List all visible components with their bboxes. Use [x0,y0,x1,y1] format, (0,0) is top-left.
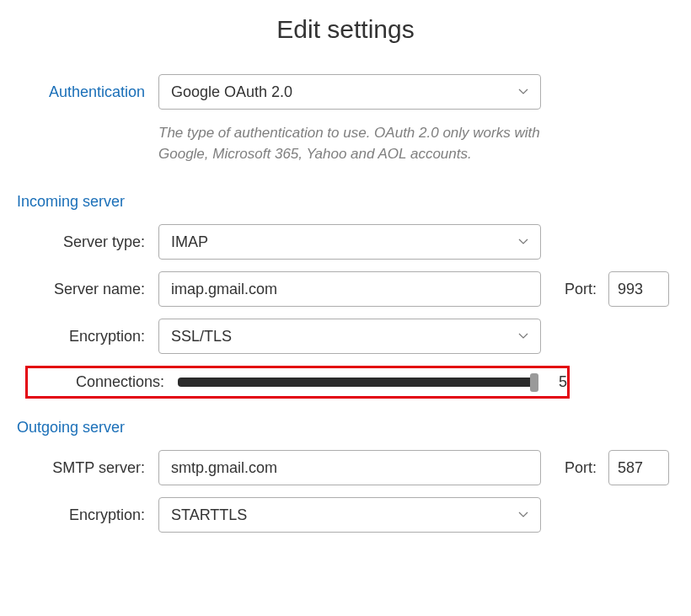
authentication-label: Authentication [0,83,150,101]
outgoing-port-input[interactable] [608,450,669,485]
incoming-port-input[interactable] [608,271,669,307]
server-type-label: Server type: [0,233,150,251]
incoming-server-header: Incoming server [0,185,676,212]
authentication-help: The type of authentication to use. OAuth… [158,121,541,173]
incoming-encryption-select[interactable]: SSL/TLS [158,319,541,354]
smtp-server-label: SMTP server: [0,459,150,477]
chevron-down-icon [518,88,528,95]
outgoing-encryption-label: Encryption: [0,506,150,524]
outgoing-encryption-selected: STARTTLS [171,506,247,524]
page-title: Edit settings [0,15,691,44]
server-type-select[interactable]: IMAP [158,224,541,260]
chevron-down-icon [518,333,528,340]
incoming-encryption-label: Encryption: [0,328,150,345]
connections-label: Connections: [28,373,169,391]
authentication-selected: Google OAuth 2.0 [171,83,292,101]
outgoing-server-header: Outgoing server [0,410,676,438]
incoming-encryption-selected: SSL/TLS [171,328,232,345]
authentication-select[interactable]: Google OAuth 2.0 [158,74,541,110]
connections-highlight: Connections: 5 [25,366,570,399]
chevron-down-icon [518,512,528,518]
incoming-port-label: Port: [549,281,600,298]
server-name-input[interactable] [158,271,541,307]
slider-thumb[interactable] [530,373,538,392]
server-type-selected: IMAP [171,233,208,251]
chevron-down-icon [518,238,528,245]
connections-value: 5 [549,373,567,391]
connections-slider[interactable] [178,378,538,387]
server-name-label: Server name: [0,281,150,298]
smtp-server-input[interactable] [158,450,541,485]
outgoing-encryption-select[interactable]: STARTTLS [158,497,541,533]
outgoing-port-label: Port: [549,459,600,477]
